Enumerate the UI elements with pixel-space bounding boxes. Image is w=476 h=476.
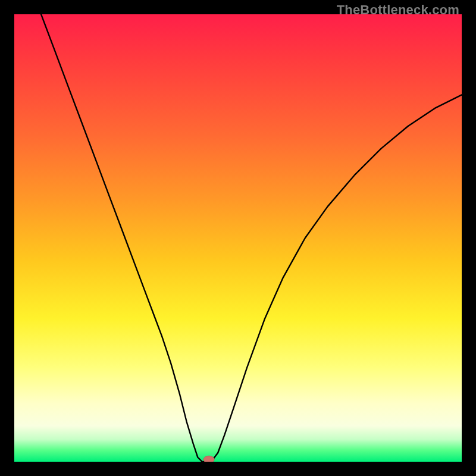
optimal-point-marker — [203, 456, 214, 462]
watermark-text: TheBottleneck.com — [337, 2, 459, 18]
chart-frame: TheBottleneck.com — [0, 0, 476, 476]
curve-layer — [14, 14, 462, 462]
plot-area — [14, 14, 462, 462]
bottleneck-curve — [41, 14, 462, 462]
